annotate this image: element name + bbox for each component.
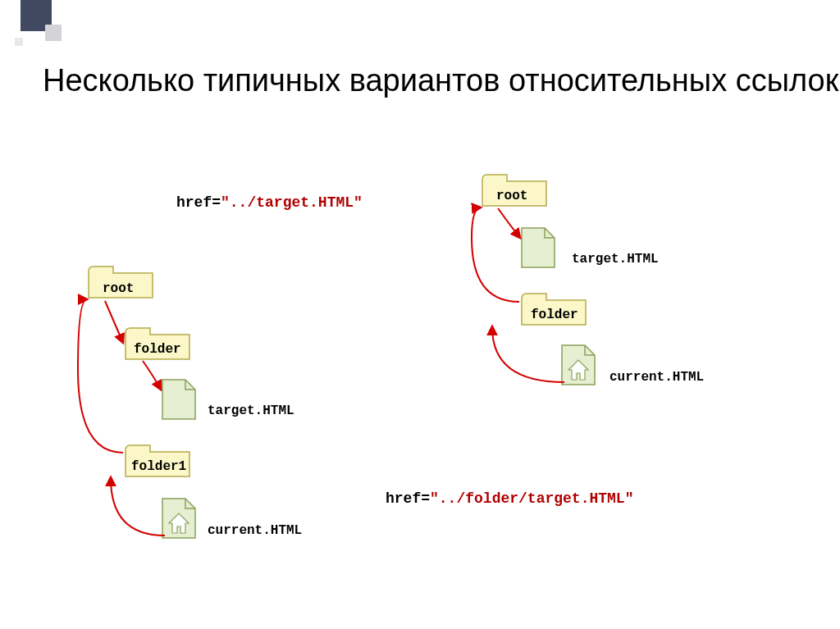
- folder-label: folder: [531, 308, 578, 322]
- file-icon: [522, 228, 555, 267]
- href-prefix: href=: [176, 194, 221, 211]
- root-label: root: [103, 281, 134, 296]
- target-label: target.HTML: [572, 252, 659, 267]
- slide-title: Несколько типичных вариантов относительн…: [43, 62, 838, 101]
- href-prefix: href=: [386, 490, 430, 507]
- href-label-left: href="../target.HTML": [176, 194, 363, 211]
- current-label: current.HTML: [609, 370, 704, 385]
- home-file-icon: [562, 345, 595, 385]
- href-label-right: href="../folder/target.HTML": [386, 490, 633, 507]
- folder-label: folder: [134, 342, 181, 357]
- href-path: "../target.HTML": [221, 194, 363, 211]
- home-file-icon: [162, 499, 195, 538]
- file-icon: [162, 380, 195, 419]
- target-label: target.HTML: [208, 403, 294, 418]
- folder1-label: folder1: [131, 459, 186, 474]
- href-path: "../folder/target.HTML": [430, 490, 633, 507]
- root-label: root: [496, 189, 527, 203]
- current-label: current.HTML: [208, 523, 302, 538]
